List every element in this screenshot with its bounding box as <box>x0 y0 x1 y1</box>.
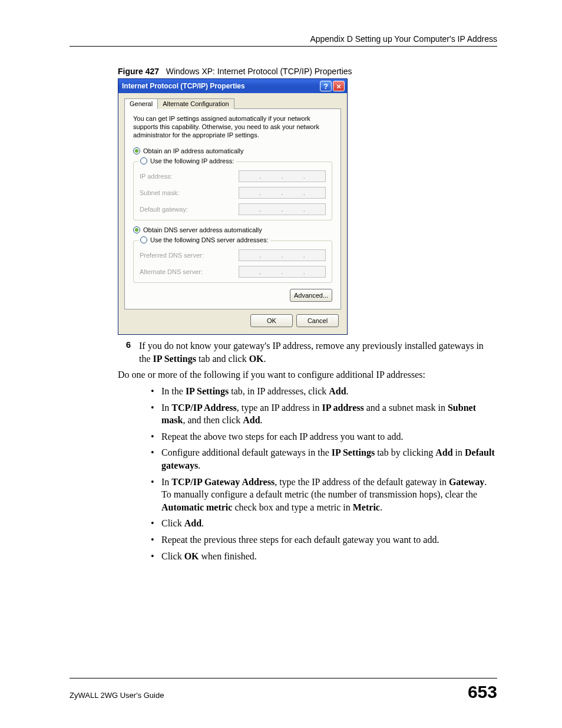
tab-general[interactable]: General <box>124 98 158 109</box>
bullet-item: In TCP/IP Address, type an IP address in… <box>151 401 497 427</box>
tcpip-properties-dialog: Internet Protocol (TCP/IP) Properties ? … <box>118 78 348 335</box>
bullet-item: Click OK when finished. <box>151 550 497 563</box>
radio-obtain-dns-auto[interactable]: Obtain DNS server address automatically <box>133 226 332 233</box>
tab-alternate-config[interactable]: Alternate Configuration <box>157 98 234 109</box>
step-number: 6 <box>118 340 139 365</box>
bullet-item: Click Add. <box>151 517 497 530</box>
figure-caption: Figure 427 Windows XP: Internet Protocol… <box>118 67 497 76</box>
advanced-button[interactable]: Advanced... <box>290 289 332 302</box>
step-6: 6 If you do not know your gateway's IP a… <box>118 340 497 365</box>
figure-caption-text: Windows XP: Internet Protocol (TCP/IP) P… <box>166 67 352 76</box>
radio-icon[interactable] <box>140 236 147 243</box>
bullet-item: Repeat the above two steps for each IP a… <box>151 430 497 443</box>
label-ip-address: IP address: <box>140 173 172 180</box>
radio-label: Obtain an IP address automatically <box>143 147 243 154</box>
dialog-description: You can get IP settings assigned automat… <box>133 115 332 139</box>
radio-use-following-ip[interactable]: Use the following IP address: <box>150 157 234 164</box>
tabpanel-general: You can get IP settings assigned automat… <box>124 108 341 309</box>
label-default-gateway: Default gateway: <box>140 206 188 213</box>
label-alternate-dns: Alternate DNS server: <box>140 268 203 275</box>
radio-use-following-dns[interactable]: Use the following DNS server addresses: <box>150 236 269 243</box>
radio-obtain-ip-auto[interactable]: Obtain an IP address automatically <box>133 147 332 154</box>
page-footer: ZyWALL 2WG User's Guide 653 <box>70 678 497 702</box>
help-icon[interactable]: ? <box>320 81 332 91</box>
label-preferred-dns: Preferred DNS server: <box>140 252 204 259</box>
paragraph-configure-additional: Do one or more of the following if you w… <box>118 368 497 381</box>
figure-number: Figure 427 <box>118 67 159 76</box>
input-default-gateway: ... <box>239 203 326 215</box>
footer-guide: ZyWALL 2WG User's Guide <box>70 691 164 700</box>
input-alternate-dns: ... <box>239 266 326 278</box>
input-ip-address: ... <box>239 170 326 182</box>
step-text: If you do not know your gateway's IP add… <box>139 340 497 365</box>
dialog-title: Internet Protocol (TCP/IP) Properties <box>122 82 245 90</box>
running-header: Appendix D Setting up Your Computer's IP… <box>70 34 497 44</box>
radio-icon <box>133 147 140 154</box>
bullet-item: Repeat the previous three steps for each… <box>151 533 497 546</box>
radio-icon[interactable] <box>140 157 147 164</box>
radio-icon <box>133 226 140 233</box>
dialog-titlebar: Internet Protocol (TCP/IP) Properties ? … <box>118 79 347 93</box>
fieldset-manual-ip: Use the following IP address: IP address… <box>133 162 332 220</box>
close-icon[interactable]: × <box>333 81 345 91</box>
cancel-button[interactable]: Cancel <box>296 314 339 327</box>
bullet-item: In TCP/IP Gateway Address, type the IP a… <box>151 476 497 514</box>
input-subnet-mask: ... <box>239 187 326 199</box>
label-subnet-mask: Subnet mask: <box>140 189 179 196</box>
fieldset-manual-dns: Use the following DNS server addresses: … <box>133 241 332 283</box>
ok-button[interactable]: OK <box>250 314 293 327</box>
bullet-list: In the IP Settings tab, in IP addresses,… <box>151 385 497 562</box>
bullet-item: In the IP Settings tab, in IP addresses,… <box>151 385 497 398</box>
footer-page-number: 653 <box>468 682 497 702</box>
radio-label: Obtain DNS server address automatically <box>143 226 262 233</box>
input-preferred-dns: ... <box>239 249 326 261</box>
bullet-item: Configure additional default gateways in… <box>151 446 497 472</box>
